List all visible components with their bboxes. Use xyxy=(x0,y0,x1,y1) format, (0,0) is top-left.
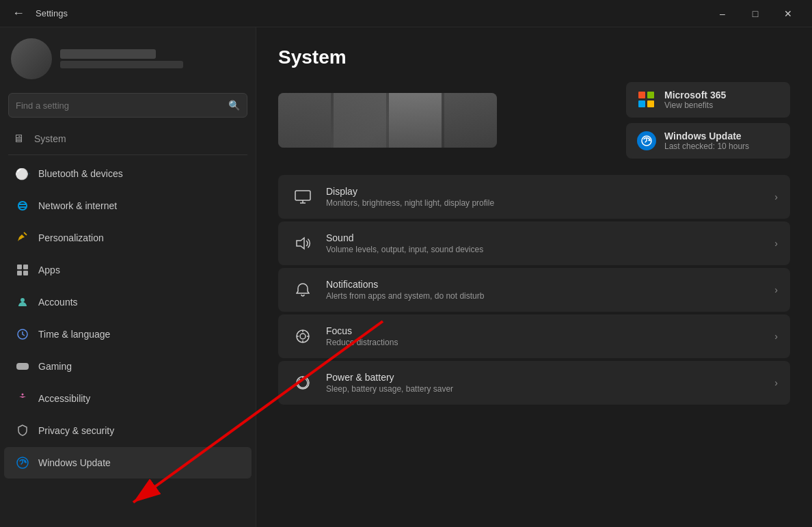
maximize-button[interactable]: □ xyxy=(740,3,771,25)
settings-item-display[interactable]: Display Monitors, brightness, night ligh… xyxy=(278,175,790,219)
gaming-icon xyxy=(15,359,30,374)
minimize-button[interactable]: – xyxy=(707,3,738,25)
system-image-block-3 xyxy=(389,93,442,148)
profile-info xyxy=(60,49,183,68)
svg-point-5 xyxy=(21,298,25,302)
notifications-text: Notifications Alerts from apps and syste… xyxy=(326,279,763,301)
sidebar-item-partial[interactable]: 🖥 System xyxy=(0,126,256,152)
focus-icon xyxy=(290,324,315,349)
power-icon xyxy=(290,370,315,395)
sidebar-item-label-apps: Apps xyxy=(38,265,60,275)
search-icon: 🔍 xyxy=(228,100,240,111)
notifications-icon xyxy=(290,278,315,302)
notifications-desc: Alerts from apps and system, do not dist… xyxy=(326,291,763,301)
sidebar-item-network[interactable]: Network & internet xyxy=(4,190,252,221)
winupdate-promo-subtitle: Last checked: 10 hours xyxy=(664,141,749,151)
power-chevron: › xyxy=(774,377,778,388)
sidebar-profile[interactable] xyxy=(0,27,256,87)
back-button[interactable]: ← xyxy=(8,3,29,24)
accounts-icon xyxy=(15,295,30,310)
sound-text: Sound Volume levels, output, input, soun… xyxy=(326,232,763,254)
display-chevron: › xyxy=(774,191,778,202)
window-controls: – □ ✕ xyxy=(707,3,804,25)
sidebar-item-label-accounts: Accounts xyxy=(38,297,78,308)
svg-rect-9 xyxy=(17,366,20,367)
avatar xyxy=(11,38,52,79)
apps-icon xyxy=(15,262,30,278)
sidebar-item-bluetooth[interactable]: ⚪ Bluetooth & devices xyxy=(4,158,252,189)
sidebar-item-time[interactable]: Time & language xyxy=(4,319,252,350)
sound-title: Sound xyxy=(326,232,763,243)
time-icon xyxy=(15,327,30,342)
focus-chevron: › xyxy=(774,331,778,342)
display-icon xyxy=(290,185,315,209)
sidebar-item-label-accessibility: Accessibility xyxy=(38,393,90,404)
settings-item-power[interactable]: Power & battery Sleep, battery usage, ba… xyxy=(278,361,790,405)
system-image-block-4 xyxy=(444,93,497,148)
focus-title: Focus xyxy=(326,325,763,336)
system-image-block-2 xyxy=(334,93,386,148)
system-image xyxy=(278,93,497,148)
page-title: System xyxy=(278,46,790,68)
system-icon: 🖥 xyxy=(11,131,26,146)
svg-rect-1 xyxy=(17,265,22,269)
focus-text: Focus Reduce distractions xyxy=(326,325,763,347)
ms365-title: Microsoft 365 xyxy=(664,90,726,100)
sidebar-item-label-winupdate: Windows Update xyxy=(38,457,111,468)
winupdate-promo-card[interactable]: Windows Update Last checked: 10 hours xyxy=(626,123,790,159)
winupdate-promo-title: Windows Update xyxy=(664,131,749,141)
svg-point-10 xyxy=(25,365,26,366)
sound-desc: Volume levels, output, input, sound devi… xyxy=(326,245,763,254)
sidebar-item-apps[interactable]: Apps xyxy=(4,254,252,286)
system-image-block-1 xyxy=(278,93,331,148)
display-title: Display xyxy=(326,186,763,197)
svg-point-18 xyxy=(300,334,306,339)
power-title: Power & battery xyxy=(326,372,763,383)
display-desc: Monitors, brightness, night light, displ… xyxy=(326,198,763,208)
system-banner: Microsoft 365 View benefits Windows Upda… xyxy=(278,82,790,159)
privacy-icon xyxy=(15,423,30,438)
sidebar-item-label-bluetooth: Bluetooth & devices xyxy=(38,168,123,179)
settings-item-notifications[interactable]: Notifications Alerts from apps and syste… xyxy=(278,268,790,312)
winupdate-sidebar-icon xyxy=(15,455,30,470)
main-content: System xyxy=(256,27,812,527)
titlebar-left: ← Settings xyxy=(8,3,68,24)
search-input[interactable] xyxy=(16,100,228,111)
profile-name-placeholder xyxy=(60,49,156,59)
settings-list: Display Monitors, brightness, night ligh… xyxy=(278,175,790,405)
accessibility-icon xyxy=(15,391,30,406)
svg-point-12 xyxy=(22,394,24,396)
winupdate-icon xyxy=(637,131,656,150)
focus-desc: Reduce distractions xyxy=(326,338,763,347)
settings-item-sound[interactable]: Sound Volume levels, output, input, soun… xyxy=(278,221,790,265)
ms365-subtitle: View benefits xyxy=(664,100,726,110)
app-container: 🔍 🖥 System ⚪ Bluetooth & devices Network xyxy=(0,27,812,527)
power-desc: Sleep, battery usage, battery saver xyxy=(326,384,763,394)
close-button[interactable]: ✕ xyxy=(772,3,804,25)
sidebar-item-label-personalization: Personalization xyxy=(38,232,104,243)
sidebar-item-accessibility[interactable]: Accessibility xyxy=(4,383,252,414)
power-text: Power & battery Sleep, battery usage, ba… xyxy=(326,372,763,394)
sound-icon xyxy=(290,231,315,256)
settings-item-focus[interactable]: Focus Reduce distractions › xyxy=(278,314,790,358)
notifications-title: Notifications xyxy=(326,279,763,290)
sidebar-item-label-privacy: Privacy & security xyxy=(38,425,114,436)
display-text: Display Monitors, brightness, night ligh… xyxy=(326,186,763,208)
svg-rect-3 xyxy=(17,271,22,275)
search-box[interactable]: 🔍 xyxy=(8,93,247,118)
notifications-chevron: › xyxy=(774,284,778,295)
sidebar-item-gaming[interactable]: Gaming xyxy=(4,351,252,382)
ms365-promo-card[interactable]: Microsoft 365 View benefits xyxy=(626,82,790,118)
profile-email-placeholder xyxy=(60,61,183,68)
sidebar-item-label-time: Time & language xyxy=(38,329,110,340)
sidebar-item-label-gaming: Gaming xyxy=(38,361,72,372)
bluetooth-icon: ⚪ xyxy=(15,166,30,181)
svg-rect-0 xyxy=(23,232,27,236)
sidebar-item-personalization[interactable]: Personalization xyxy=(4,222,252,254)
network-icon xyxy=(15,198,30,213)
sidebar-item-privacy[interactable]: Privacy & security xyxy=(4,415,252,446)
promo-area: Microsoft 365 View benefits Windows Upda… xyxy=(626,82,790,159)
sidebar-item-accounts[interactable]: Accounts xyxy=(4,286,252,318)
sidebar-item-winupdate[interactable]: Windows Update xyxy=(4,447,252,478)
svg-rect-15 xyxy=(295,191,310,200)
